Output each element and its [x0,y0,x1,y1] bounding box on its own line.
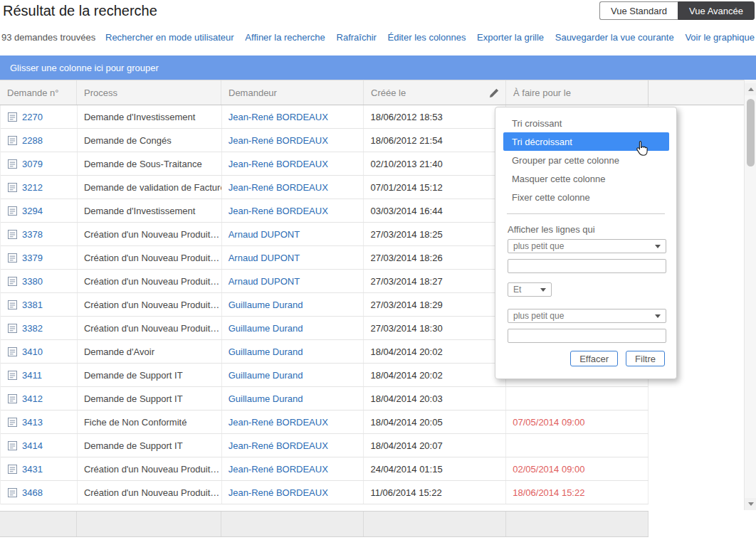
created-date-cell: 27/03/2014 18:30 [364,317,506,339]
filter-operator-2-select[interactable]: plus petit que [508,309,666,323]
apply-filter-button[interactable]: Filtre [626,351,665,366]
toolbar-link[interactable]: Sauvegarder la vue courante [555,32,674,43]
document-icon[interactable] [8,441,17,450]
demandeur-link[interactable]: Guillaume Durand [229,393,303,404]
document-icon[interactable] [8,136,17,145]
column-header-a-faire-pour-le[interactable]: À faire pour le [506,80,649,105]
filter-operator-1-select[interactable]: plus petit que [508,239,666,253]
filter-value-2-input[interactable] [508,329,666,343]
demandeur-link[interactable]: Jean-René BORDEAUX [229,440,328,451]
request-id-link[interactable]: 3468 [22,487,43,498]
filter-conjunction-select[interactable]: Et [508,282,552,297]
toolbar-link[interactable]: Rechercher en mode utilisateur [105,32,234,43]
demandeur-link[interactable]: Guillaume Durand [229,300,303,310]
request-id-link[interactable]: 3079 [22,159,43,169]
toolbar-link[interactable]: Éditer les colonnes [388,32,466,43]
demandeur-link[interactable]: Guillaume Durand [229,370,303,381]
request-id-link[interactable]: 3431 [22,464,43,475]
document-icon[interactable] [8,418,17,427]
demandeur-link[interactable]: Jean-René BORDEAUX [229,159,328,169]
request-id-cell: 3380 [1,270,78,292]
column-header-process[interactable]: Process [77,80,221,105]
process-cell: Création d'un Nouveau Produit… [78,293,222,316]
toolbar-link[interactable]: Exporter la grille [477,32,544,43]
view-advanced-button[interactable]: Vue Avancée [678,1,755,20]
toolbar-link[interactable]: Rafraîchir [337,32,377,43]
demandeur-link[interactable]: Jean-René BORDEAUX [229,206,328,216]
context-menu-item[interactable]: Tri croissant [503,114,669,132]
footer-cell [77,512,221,536]
scroll-up-button[interactable] [745,83,756,95]
document-icon[interactable] [8,183,17,192]
document-icon[interactable] [8,206,17,216]
demandeur-link[interactable]: Jean-René BORDEAUX [229,135,328,146]
document-icon[interactable] [8,347,17,356]
request-id-link[interactable]: 3410 [22,346,43,357]
vertical-scrollbar[interactable] [744,80,756,510]
table-row[interactable]: 3414 Demande de Support IT Jean-René BOR… [1,434,649,457]
process-cell: Création d'un Nouveau Produit… [78,223,222,245]
clear-filter-button[interactable]: Effacer [570,351,618,366]
column-header-demande[interactable]: Demande n° [0,80,77,105]
request-id-link[interactable]: 2288 [22,135,43,146]
request-id-link[interactable]: 3212 [22,182,43,193]
document-icon[interactable] [8,488,17,497]
demandeur-link[interactable]: Guillaume Durand [229,323,303,334]
context-menu-item[interactable]: Fixer cette colonne [503,188,669,206]
table-row[interactable]: 3413 Fiche de Non Conformité Jean-René B… [1,411,649,434]
created-date-cell: 27/03/2014 18:26 [364,246,506,269]
demandeur-link[interactable]: Arnaud DUPONT [229,253,300,263]
demandeur-link[interactable]: Arnaud DUPONT [229,229,300,240]
request-id-link[interactable]: 2270 [22,112,43,122]
request-id-link[interactable]: 3414 [22,440,43,451]
document-icon[interactable] [8,324,17,333]
edit-column-icon[interactable] [488,88,500,99]
request-id-link[interactable]: 3379 [22,253,43,263]
request-id-link[interactable]: 3294 [22,206,43,216]
arrow-down-icon [748,502,754,506]
request-id-link[interactable]: 3413 [22,417,43,428]
group-drop-zone[interactable]: Glisser une colonne ici pour grouper [0,55,756,80]
document-icon[interactable] [8,371,17,380]
toolbar-link[interactable]: Affiner la recherche [245,32,325,43]
column-header-creee-le[interactable]: Créée le [364,80,506,105]
document-icon[interactable] [8,300,17,309]
table-row[interactable]: 3412 Demande de Support IT Guillaume Dur… [1,387,649,411]
scrollbar-thumb[interactable] [747,99,755,166]
scroll-down-button[interactable] [745,498,756,510]
demandeur-link[interactable]: Guillaume Durand [229,346,303,357]
document-icon[interactable] [8,253,17,263]
request-id-link[interactable]: 3382 [22,323,43,334]
table-row[interactable]: 3468 Création d'un Nouveau Produit… Jean… [1,481,649,504]
view-standard-button[interactable]: Vue Standard [599,1,678,20]
process-cell: Création d'un Nouveau Produit… [78,457,222,480]
document-icon[interactable] [8,465,17,474]
document-icon[interactable] [8,277,17,286]
context-menu-item[interactable]: Masquer cette colonne [503,169,669,188]
column-header-demandeur[interactable]: Demandeur [221,80,364,105]
table-row[interactable]: 3431 Création d'un Nouveau Produit… Jean… [1,457,649,481]
document-icon[interactable] [8,159,17,169]
document-icon[interactable] [8,112,17,122]
filter-value-1-input[interactable] [508,259,666,273]
request-id-link[interactable]: 3412 [22,393,43,404]
demandeur-cell: Guillaume Durand [222,293,364,316]
request-id-cell: 3294 [1,199,78,222]
demandeur-link[interactable]: Jean-René BORDEAUX [229,182,328,193]
demandeur-link[interactable]: Jean-René BORDEAUX [229,417,328,428]
demandeur-link[interactable]: Jean-René BORDEAUX [229,112,328,122]
request-id-cell: 3410 [1,340,78,363]
chevron-down-icon [655,314,661,318]
request-id-link[interactable]: 3381 [22,300,43,310]
demandeur-link[interactable]: Jean-René BORDEAUX [229,464,328,475]
document-icon[interactable] [8,394,17,403]
request-id-link[interactable]: 3380 [22,276,43,287]
document-icon[interactable] [8,230,17,239]
created-date-cell: 27/03/2014 18:27 [364,270,506,292]
request-id-link[interactable]: 3378 [22,229,43,240]
toolbar-link[interactable]: Voir le graphique [685,32,755,43]
demandeur-link[interactable]: Arnaud DUPONT [229,276,300,287]
grid-footer-row [0,511,649,537]
demandeur-link[interactable]: Jean-René BORDEAUX [229,487,328,498]
request-id-link[interactable]: 3411 [22,370,42,381]
